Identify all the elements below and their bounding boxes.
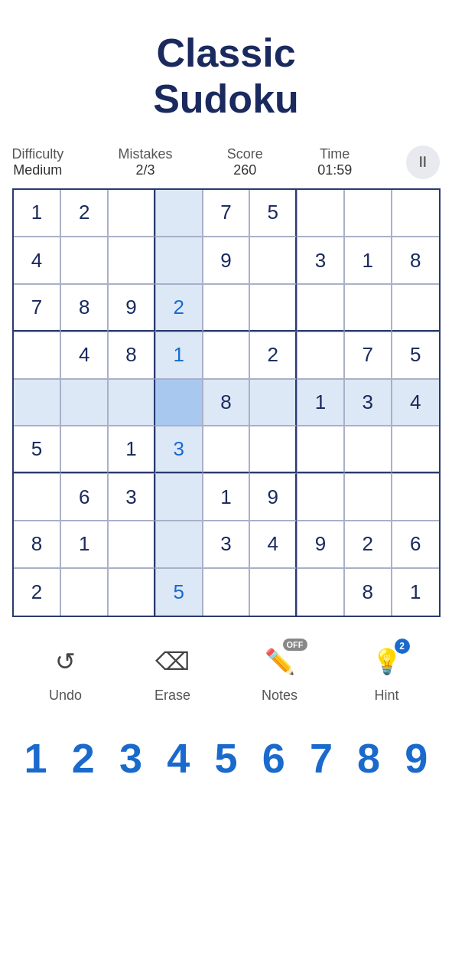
number-button-1[interactable]: 1: [15, 734, 57, 782]
number-button-7[interactable]: 7: [300, 734, 343, 782]
sudoku-cell[interactable]: 2: [249, 332, 297, 379]
sudoku-cell[interactable]: [155, 237, 203, 284]
sudoku-cell[interactable]: 1: [108, 426, 155, 473]
sudoku-cell[interactable]: 5: [249, 190, 297, 237]
sudoku-cell[interactable]: [392, 190, 439, 237]
sudoku-cell[interactable]: 7: [344, 332, 392, 379]
difficulty-label: Difficulty: [12, 146, 64, 162]
sudoku-cell[interactable]: 5: [155, 568, 203, 616]
sudoku-cell[interactable]: [344, 426, 392, 473]
sudoku-cell[interactable]: 8: [108, 332, 155, 379]
sudoku-cell[interactable]: 5: [14, 426, 61, 473]
sudoku-cell[interactable]: 4: [60, 332, 108, 379]
sudoku-cell[interactable]: 1: [203, 473, 250, 521]
sudoku-cell[interactable]: [108, 568, 155, 616]
sudoku-cell[interactable]: [60, 568, 108, 616]
sudoku-cell[interactable]: 2: [344, 521, 392, 568]
sudoku-cell[interactable]: [249, 237, 297, 284]
pause-button[interactable]: ⏸: [406, 145, 440, 179]
sudoku-cell[interactable]: 9: [249, 473, 297, 521]
sudoku-cell[interactable]: [297, 332, 344, 379]
notes-button[interactable]: ✏️ OFF Notes: [242, 640, 318, 704]
sudoku-cell[interactable]: [249, 426, 297, 473]
sudoku-cell[interactable]: [60, 426, 108, 473]
sudoku-cell[interactable]: 3: [344, 379, 392, 426]
sudoku-cell[interactable]: 3: [155, 426, 203, 473]
hint-button[interactable]: 💡 2 Hint: [349, 640, 425, 704]
sudoku-cell[interactable]: 9: [203, 237, 250, 284]
sudoku-cell[interactable]: 1: [155, 332, 203, 379]
sudoku-cell[interactable]: 3: [203, 521, 250, 568]
number-button-3[interactable]: 3: [109, 734, 152, 782]
sudoku-cell[interactable]: 5: [392, 332, 439, 379]
sudoku-cell[interactable]: [60, 237, 108, 284]
sudoku-cell[interactable]: 2: [60, 190, 108, 237]
sudoku-cell[interactable]: [344, 284, 392, 332]
sudoku-cell[interactable]: [155, 379, 203, 426]
sudoku-cell[interactable]: 1: [60, 521, 108, 568]
sudoku-cell[interactable]: [14, 332, 61, 379]
sudoku-cell[interactable]: [249, 568, 297, 616]
sudoku-cell[interactable]: 1: [392, 568, 439, 616]
sudoku-cell[interactable]: [155, 190, 203, 237]
sudoku-cell[interactable]: [203, 568, 250, 616]
sudoku-cell[interactable]: [297, 473, 344, 521]
number-button-2[interactable]: 2: [62, 734, 105, 782]
sudoku-cell[interactable]: 7: [14, 284, 61, 332]
mistakes-label: Mistakes: [118, 146, 172, 162]
sudoku-cell[interactable]: 7: [203, 190, 250, 237]
toolbar: ↺ Undo ⌫ Erase ✏️ OFF Notes 💡 2 Hint: [12, 640, 441, 704]
sudoku-cell[interactable]: [297, 284, 344, 332]
sudoku-cell[interactable]: 1: [344, 237, 392, 284]
sudoku-cell[interactable]: [203, 426, 250, 473]
number-button-8[interactable]: 8: [347, 734, 390, 782]
sudoku-cell[interactable]: [297, 568, 344, 616]
sudoku-cell[interactable]: 9: [297, 521, 344, 568]
number-button-9[interactable]: 9: [395, 734, 437, 782]
number-button-6[interactable]: 6: [252, 734, 295, 782]
sudoku-cell[interactable]: 8: [203, 379, 250, 426]
erase-button[interactable]: ⌫ Erase: [135, 640, 211, 704]
sudoku-cell[interactable]: [203, 284, 250, 332]
notes-icon: ✏️: [265, 647, 295, 676]
sudoku-cell[interactable]: 8: [344, 568, 392, 616]
sudoku-cell[interactable]: 8: [392, 237, 439, 284]
sudoku-cell[interactable]: [60, 379, 108, 426]
sudoku-cell[interactable]: [344, 190, 392, 237]
sudoku-cell[interactable]: [155, 521, 203, 568]
sudoku-cell[interactable]: [14, 473, 61, 521]
sudoku-cell[interactable]: 1: [297, 379, 344, 426]
sudoku-cell[interactable]: [108, 521, 155, 568]
number-button-5[interactable]: 5: [204, 734, 247, 782]
sudoku-cell[interactable]: 8: [60, 284, 108, 332]
sudoku-cell[interactable]: 3: [108, 473, 155, 521]
sudoku-cell[interactable]: 2: [14, 568, 61, 616]
sudoku-cell[interactable]: 3: [297, 237, 344, 284]
sudoku-cell[interactable]: 1: [14, 190, 61, 237]
sudoku-cell[interactable]: 4: [249, 521, 297, 568]
sudoku-cell[interactable]: [392, 473, 439, 521]
sudoku-cell[interactable]: [297, 426, 344, 473]
undo-button[interactable]: ↺ Undo: [28, 640, 104, 704]
sudoku-cell[interactable]: 2: [155, 284, 203, 332]
sudoku-cell[interactable]: [392, 284, 439, 332]
sudoku-cell[interactable]: 8: [14, 521, 61, 568]
sudoku-cell[interactable]: [14, 379, 61, 426]
sudoku-cell[interactable]: [297, 190, 344, 237]
sudoku-cell[interactable]: [203, 332, 250, 379]
time-label: Time: [320, 146, 350, 162]
sudoku-cell[interactable]: [155, 473, 203, 521]
sudoku-cell[interactable]: 9: [108, 284, 155, 332]
sudoku-cell[interactable]: 6: [392, 521, 439, 568]
sudoku-cell[interactable]: 4: [392, 379, 439, 426]
sudoku-cell[interactable]: [108, 190, 155, 237]
sudoku-cell[interactable]: 6: [60, 473, 108, 521]
sudoku-cell[interactable]: [108, 379, 155, 426]
number-button-4[interactable]: 4: [157, 734, 200, 782]
sudoku-cell[interactable]: [344, 473, 392, 521]
sudoku-cell[interactable]: [249, 284, 297, 332]
sudoku-cell[interactable]: [108, 237, 155, 284]
sudoku-cell[interactable]: 4: [14, 237, 61, 284]
sudoku-cell[interactable]: [392, 426, 439, 473]
sudoku-cell[interactable]: [249, 379, 297, 426]
